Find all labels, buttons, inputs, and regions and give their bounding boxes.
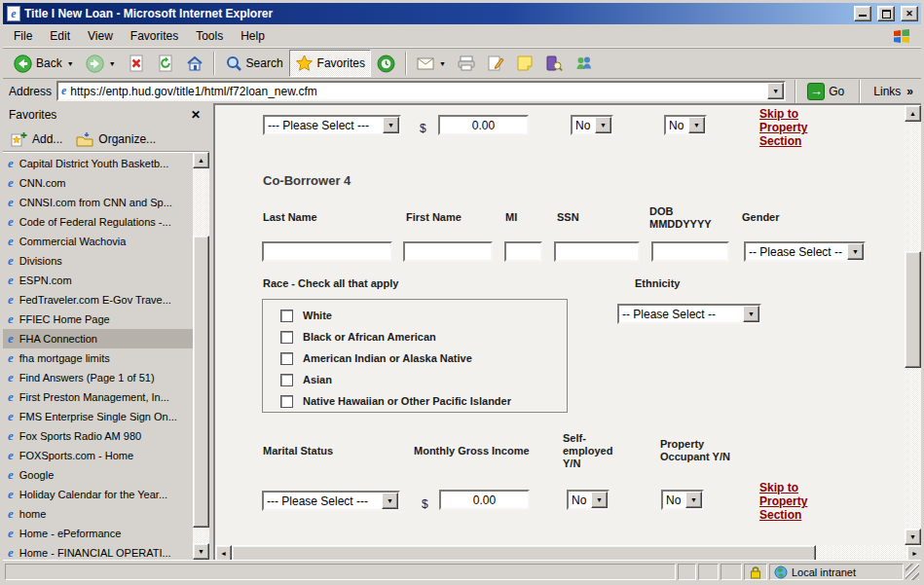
property-occupant-select[interactable]: No ▼ — [661, 490, 704, 510]
race-option-label: Native Hawaiian or Other Pacific Islande… — [303, 395, 511, 407]
ssn-input[interactable] — [554, 241, 640, 262]
scroll-up-button[interactable]: ▲ — [905, 105, 921, 122]
gender-select[interactable]: -- Please Select -- ▼ — [744, 241, 866, 262]
menu-file[interactable]: File — [5, 26, 41, 46]
favorites-close-button[interactable]: ✕ — [188, 108, 203, 122]
favorites-item-label: Code of Federal Regulations -... — [19, 216, 171, 228]
organize-favorites-button[interactable]: Organize... — [76, 131, 156, 147]
history-button[interactable] — [371, 50, 401, 77]
back-dropdown-icon[interactable]: ▼ — [67, 60, 74, 67]
favorites-item-label: First Preston Management, In... — [19, 391, 169, 403]
scroll-right-button[interactable]: ► — [906, 545, 921, 560]
favorites-item[interactable]: eFedTraveler.com E-Gov Trave... — [3, 290, 193, 310]
favorites-button[interactable]: Favorites — [289, 50, 371, 77]
favorites-item[interactable]: eHome - FINANCIAL OPERATI... — [3, 543, 193, 560]
forward-button[interactable]: ▼ — [80, 50, 122, 77]
race-checkbox-american-indian-or-alaska-native[interactable] — [280, 352, 293, 365]
resize-grip[interactable] — [906, 564, 919, 580]
last-name-input[interactable] — [262, 241, 392, 262]
edit-button[interactable] — [481, 50, 510, 77]
monthly-gross-income-input-top[interactable] — [438, 115, 529, 135]
mail-button[interactable]: ▼ — [411, 50, 452, 77]
links-button[interactable]: Links » — [869, 85, 917, 98]
favorites-item[interactable]: efha mortgage limits — [3, 348, 193, 368]
scroll-down-button[interactable]: ▼ — [193, 543, 209, 560]
ie-shortcut-icon: e — [8, 175, 14, 191]
favorites-item[interactable]: eFMS Enterprise Single Sign On... — [3, 407, 193, 426]
favorites-scrollbar[interactable]: ▲ ▼ — [193, 152, 209, 560]
property-occupant-select-top[interactable]: No ▼ — [664, 115, 707, 135]
favorites-item-label: Google — [19, 469, 54, 481]
favorites-item[interactable]: eGoogle — [3, 465, 193, 485]
scroll-left-button[interactable]: ◄ — [215, 545, 232, 560]
window-title: Title I New Loan - Microsoft Internet Ex… — [24, 7, 848, 20]
favorites-item[interactable]: eFOXSports.com - Home — [3, 446, 193, 465]
favorites-item[interactable]: eHoliday Calendar for the Year... — [3, 485, 193, 504]
refresh-button[interactable] — [151, 50, 180, 77]
content-horizontal-scrollbar[interactable]: ◄ ► — [215, 545, 921, 560]
scrollbar-track[interactable] — [816, 545, 906, 560]
scrollbar-thumb[interactable] — [232, 545, 816, 560]
favorites-item[interactable]: eDivisions — [3, 251, 193, 271]
scroll-up-button[interactable]: ▲ — [193, 152, 209, 168]
scrollbar-thumb[interactable] — [193, 236, 209, 528]
home-button[interactable] — [180, 50, 209, 77]
menu-view[interactable]: View — [79, 26, 122, 46]
messenger-button[interactable] — [569, 50, 599, 77]
race-checkbox-native-hawaiian-or-other-pacific-islander[interactable] — [280, 395, 293, 408]
discuss-button[interactable] — [510, 50, 539, 77]
favorites-item[interactable]: eCapital District Youth Basketb... — [3, 154, 193, 173]
status-pane — [721, 564, 742, 580]
favorites-item[interactable]: eFind Answers (Page 1 of 51) — [3, 368, 193, 387]
ie-shortcut-icon: e — [8, 234, 14, 249]
search-button[interactable]: Search — [219, 50, 289, 77]
address-input[interactable]: e https://entp.hud.gov/title1/html/f72lo… — [56, 81, 786, 101]
favorites-item[interactable]: eFirst Preston Management, In... — [3, 387, 193, 407]
favorites-item[interactable]: eCNN.com — [3, 173, 193, 193]
favorites-item[interactable]: eCode of Federal Regulations -... — [3, 212, 193, 232]
menu-edit[interactable]: Edit — [41, 26, 79, 46]
self-employed-select-top[interactable]: No ▼ — [571, 115, 613, 135]
forward-dropdown-icon[interactable]: ▼ — [109, 60, 116, 67]
menu-items: FileEditViewFavoritesToolsHelp — [5, 26, 274, 46]
favorites-item[interactable]: ehome — [3, 504, 193, 524]
menu-help[interactable]: Help — [232, 26, 274, 46]
skip-to-property-link-top[interactable]: Skip to Property Section — [759, 107, 824, 148]
go-button[interactable]: → Go — [805, 82, 850, 101]
mi-input[interactable] — [504, 241, 542, 262]
race-checkbox-white[interactable] — [280, 310, 293, 322]
ethnicity-select[interactable]: -- Please Select -- ▼ — [617, 304, 761, 324]
monthly-gross-income-input[interactable] — [439, 490, 530, 510]
skip-to-property-link[interactable]: Skip to Property Section — [759, 481, 824, 522]
race-checkbox-asian[interactable] — [280, 374, 293, 386]
favorites-item[interactable]: eFox Sports Radio AM 980 — [3, 426, 193, 446]
add-favorite-button[interactable]: Add... — [11, 131, 62, 147]
menu-favorites[interactable]: Favorites — [122, 26, 187, 46]
race-checkbox-black-or-african-american[interactable] — [280, 331, 293, 344]
maximize-button[interactable] — [877, 6, 895, 21]
favorites-item[interactable]: eHome - ePeformance — [3, 524, 193, 543]
favorites-item[interactable]: eFFIEC Home Page — [3, 310, 193, 329]
ie-shortcut-icon: e — [8, 156, 14, 171]
menu-tools[interactable]: Tools — [187, 26, 232, 46]
print-button[interactable] — [452, 50, 481, 77]
favorites-item[interactable]: eESPN.com — [3, 271, 193, 290]
back-button[interactable]: Back ▼ — [8, 50, 80, 77]
address-dropdown-button[interactable]: ▼ — [767, 83, 784, 99]
scroll-down-button[interactable]: ▼ — [905, 529, 921, 545]
content-vertical-scrollbar[interactable]: ▲ ▼ — [905, 105, 921, 545]
first-name-input[interactable] — [403, 241, 493, 262]
favorites-item[interactable]: eFHA Connection — [3, 329, 193, 348]
minimize-button[interactable] — [854, 6, 871, 21]
mail-dropdown-icon[interactable]: ▼ — [439, 60, 446, 67]
marital-status-select-top[interactable]: --- Please Select --- ▼ — [263, 115, 401, 135]
scrollbar-thumb[interactable] — [905, 251, 921, 368]
research-button[interactable] — [539, 50, 569, 77]
self-employed-select[interactable]: No ▼ — [567, 490, 610, 510]
marital-status-select[interactable]: --- Please Select --- ▼ — [262, 491, 400, 511]
dob-input[interactable] — [651, 241, 729, 262]
close-button[interactable]: ✕ — [901, 6, 918, 21]
favorites-item[interactable]: eCommercial Wachovia — [3, 232, 193, 251]
stop-button[interactable] — [122, 50, 151, 77]
favorites-item[interactable]: eCNNSI.com from CNN and Sp... — [3, 193, 193, 212]
